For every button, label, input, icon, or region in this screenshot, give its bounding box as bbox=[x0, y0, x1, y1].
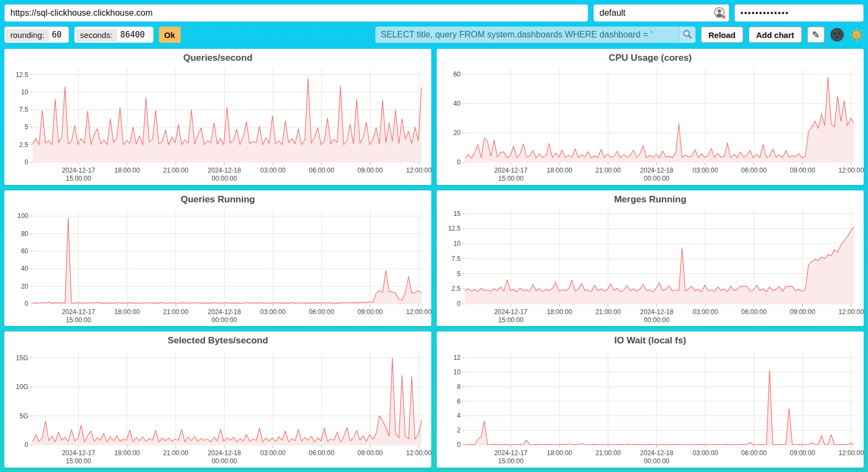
chart-title: Queries Running bbox=[8, 193, 428, 206]
svg-text:09:00:00: 09:00:00 bbox=[790, 167, 815, 174]
svg-text:03:00:00: 03:00:00 bbox=[260, 449, 286, 457]
chart-card-2: Queries Running0204060801002024-12-1715:… bbox=[4, 190, 431, 327]
svg-text:0: 0 bbox=[457, 441, 461, 449]
svg-text:06:00:00: 06:00:00 bbox=[309, 449, 334, 457]
pencil-icon: ✎ bbox=[812, 30, 820, 40]
svg-text:21:00:00: 21:00:00 bbox=[595, 449, 621, 457]
svg-text:2024-12-17: 2024-12-17 bbox=[494, 449, 528, 457]
svg-text:7.5: 7.5 bbox=[451, 254, 461, 262]
svg-text:12.5: 12.5 bbox=[16, 71, 29, 79]
password-input[interactable] bbox=[735, 4, 864, 22]
svg-text:5G: 5G bbox=[20, 412, 28, 420]
reload-button[interactable]: Reload bbox=[701, 27, 743, 43]
svg-text:18:00:00: 18:00:00 bbox=[547, 167, 572, 174]
dashboard-query-input[interactable] bbox=[375, 27, 679, 43]
chart-title: IO Wait (local fs) bbox=[440, 334, 860, 347]
chart-canvas[interactable]: 0246810122024-12-1715:00:0018:00:0021:00… bbox=[440, 347, 860, 467]
add-chart-button[interactable]: Add chart bbox=[749, 27, 802, 43]
svg-text:03:00:00: 03:00:00 bbox=[693, 308, 718, 316]
light-theme-icon[interactable] bbox=[850, 28, 864, 42]
user-input[interactable] bbox=[593, 4, 729, 22]
svg-text:100: 100 bbox=[17, 212, 28, 220]
chart-plot[interactable]: 02040602024-12-1715:00:0018:00:0021:00:0… bbox=[440, 64, 860, 184]
ok-button[interactable]: Ok bbox=[159, 27, 181, 43]
svg-text:15:00:00: 15:00:00 bbox=[66, 457, 91, 465]
svg-text:15:00:00: 15:00:00 bbox=[498, 316, 524, 324]
toolbar: rounding: seconds: Ok Reload Add chart ✎ bbox=[4, 26, 864, 43]
svg-text:03:00:00: 03:00:00 bbox=[693, 449, 718, 457]
svg-text:18:00:00: 18:00:00 bbox=[114, 449, 140, 457]
chart-plot[interactable]: 05G10G15G2024-12-1715:00:0018:00:0021:00… bbox=[8, 347, 428, 467]
svg-text:60: 60 bbox=[21, 247, 29, 255]
svg-text:09:00:00: 09:00:00 bbox=[358, 449, 383, 457]
svg-text:12.5: 12.5 bbox=[448, 225, 461, 232]
svg-text:2024-12-18: 2024-12-18 bbox=[208, 167, 241, 174]
chart-canvas[interactable]: 0204060801002024-12-1715:00:0018:00:0021… bbox=[8, 206, 428, 326]
search-button[interactable] bbox=[679, 27, 695, 43]
seconds-input[interactable] bbox=[117, 28, 152, 41]
chart-canvas[interactable]: 05G10G15G2024-12-1715:00:0018:00:0021:00… bbox=[8, 347, 428, 467]
chart-plot[interactable]: 0246810122024-12-1715:00:0018:00:0021:00… bbox=[440, 347, 860, 467]
svg-text:2024-12-17: 2024-12-17 bbox=[62, 308, 95, 316]
svg-text:2: 2 bbox=[457, 427, 461, 435]
password-manager-blocked-icon[interactable]: ✕ bbox=[713, 7, 726, 20]
dashboard-query-wrap bbox=[375, 27, 695, 43]
chart-title: Selected Bytes/second bbox=[8, 334, 428, 347]
seconds-group: seconds: bbox=[74, 27, 154, 43]
svg-text:5: 5 bbox=[457, 270, 461, 277]
svg-text:21:00:00: 21:00:00 bbox=[163, 449, 188, 457]
svg-text:00:00:00: 00:00:00 bbox=[212, 457, 237, 465]
svg-text:21:00:00: 21:00:00 bbox=[163, 308, 188, 316]
svg-text:03:00:00: 03:00:00 bbox=[260, 308, 286, 316]
svg-text:2024-12-18: 2024-12-18 bbox=[208, 449, 241, 457]
svg-text:00:00:00: 00:00:00 bbox=[212, 175, 237, 182]
svg-text:4: 4 bbox=[457, 412, 461, 420]
url-input[interactable] bbox=[4, 4, 588, 22]
chart-plot[interactable]: 02.557.51012.5152024-12-1715:00:0018:00:… bbox=[440, 206, 860, 326]
chart-canvas[interactable]: 02040602024-12-1715:00:0018:00:0021:00:0… bbox=[440, 64, 860, 184]
svg-text:6: 6 bbox=[457, 398, 461, 405]
svg-text:2.5: 2.5 bbox=[19, 141, 28, 149]
chart-canvas[interactable]: 02.557.51012.5152024-12-1715:00:0018:00:… bbox=[440, 206, 860, 326]
svg-text:00:00:00: 00:00:00 bbox=[212, 316, 237, 324]
dark-theme-icon[interactable] bbox=[830, 28, 844, 42]
svg-text:15:00:00: 15:00:00 bbox=[498, 175, 524, 182]
svg-text:60: 60 bbox=[454, 71, 461, 78]
svg-text:10G: 10G bbox=[16, 384, 28, 391]
svg-text:2024-12-17: 2024-12-17 bbox=[62, 449, 95, 457]
svg-text:✕: ✕ bbox=[722, 14, 726, 20]
svg-text:2.5: 2.5 bbox=[451, 285, 461, 292]
svg-text:10: 10 bbox=[21, 88, 29, 96]
svg-text:0: 0 bbox=[24, 441, 28, 449]
svg-text:10: 10 bbox=[454, 240, 461, 247]
svg-text:20: 20 bbox=[21, 282, 29, 290]
edit-button[interactable]: ✎ bbox=[807, 27, 825, 43]
svg-text:06:00:00: 06:00:00 bbox=[309, 167, 334, 174]
chart-card-4: Selected Bytes/second05G10G15G2024-12-17… bbox=[4, 331, 431, 468]
chart-card-1: CPU Usage (cores)02040602024-12-1715:00:… bbox=[437, 49, 864, 185]
svg-text:15:00:00: 15:00:00 bbox=[66, 316, 91, 324]
svg-text:06:00:00: 06:00:00 bbox=[741, 167, 767, 174]
charts-grid: Queries/second02.557.51012.52024-12-1715… bbox=[4, 49, 864, 468]
svg-text:12:00:00: 12:00:00 bbox=[406, 167, 432, 174]
svg-text:18:00:00: 18:00:00 bbox=[547, 449, 572, 457]
svg-text:2024-12-17: 2024-12-17 bbox=[494, 308, 528, 316]
svg-text:09:00:00: 09:00:00 bbox=[358, 308, 383, 316]
svg-text:00:00:00: 00:00:00 bbox=[644, 457, 669, 465]
svg-text:12: 12 bbox=[454, 354, 461, 361]
svg-text:12:00:00: 12:00:00 bbox=[839, 449, 864, 457]
svg-text:2024-12-18: 2024-12-18 bbox=[640, 308, 674, 316]
svg-text:18:00:00: 18:00:00 bbox=[547, 308, 572, 316]
chart-plot[interactable]: 0204060801002024-12-1715:00:0018:00:0021… bbox=[8, 206, 428, 326]
svg-text:2024-12-17: 2024-12-17 bbox=[494, 167, 528, 174]
svg-text:12:00:00: 12:00:00 bbox=[839, 167, 864, 174]
svg-text:00:00:00: 00:00:00 bbox=[644, 175, 669, 182]
svg-text:0: 0 bbox=[24, 300, 28, 308]
svg-text:12:00:00: 12:00:00 bbox=[406, 449, 432, 457]
chart-card-5: IO Wait (local fs)0246810122024-12-1715:… bbox=[437, 331, 864, 468]
rounding-input[interactable] bbox=[49, 28, 67, 41]
chart-title: Queries/second bbox=[8, 51, 428, 64]
chart-plot[interactable]: 02.557.51012.52024-12-1715:00:0018:00:00… bbox=[8, 64, 428, 184]
connection-bar: ✕ bbox=[4, 4, 864, 22]
chart-canvas[interactable]: 02.557.51012.52024-12-1715:00:0018:00:00… bbox=[8, 64, 428, 184]
